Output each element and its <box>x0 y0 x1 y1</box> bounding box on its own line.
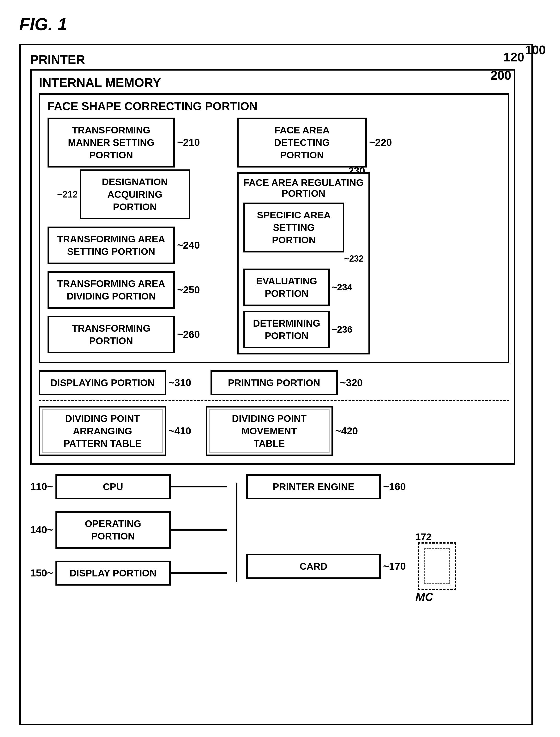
transforming-portion-box: TRANSFORMING PORTION <box>48 316 175 353</box>
outer-box: 100 120 PRINTER 200 INTERNAL MEMORY FACE… <box>19 44 533 725</box>
dividing-arranging-text: DIVIDING POINT ARRANGING PATTERN TABLE <box>48 412 157 450</box>
ref-250: ~250 <box>177 284 200 296</box>
internal-memory-label: INTERNAL MEMORY <box>39 75 506 90</box>
designation-acquiring-row: ~212 DESIGNATION ACQUIRING PORTION <box>57 170 228 219</box>
printing-text: PRINTING PORTION <box>219 376 329 389</box>
specific-area-row: SPECIFIC AREA SETTING PORTION <box>243 203 364 253</box>
card-text: CARD <box>255 560 372 573</box>
face-area-reg-wrapper: 230 FACE AREA REGULATING PORTION SPECIFI… <box>237 172 370 355</box>
face-shape-box: FACE SHAPE CORRECTING PORTION TRANSFORMI… <box>39 93 509 363</box>
face-area-reg-inner: SPECIFIC AREA SETTING PORTION ~232 <box>243 203 364 348</box>
determining-row: DETERMINING PORTION ~236 <box>243 311 364 348</box>
operating-box: OPERATING PORTION <box>55 511 171 549</box>
bottom-left: 110~ CPU 140~ OPERATING PORTION 150~ <box>30 474 227 590</box>
printer-engine-text: PRINTER ENGINE <box>255 480 372 493</box>
fig-title: FIG. 1 <box>19 14 541 34</box>
vertical-connector <box>236 482 237 582</box>
transforming-area-dividing-box: TRANSFORMING AREA DIVIDING PORTION <box>48 271 175 309</box>
determining-text: DETERMINING PORTION <box>252 317 321 342</box>
ref-100: 100 <box>525 43 546 57</box>
ref-150: 150~ <box>30 567 53 579</box>
ref-320: ~320 <box>340 377 363 388</box>
internal-memory-box: 200 INTERNAL MEMORY FACE SHAPE CORRECTIN… <box>30 69 515 464</box>
ref-236: ~236 <box>332 325 352 335</box>
spacer <box>246 511 515 530</box>
ref-170: ~170 <box>383 561 406 572</box>
transforming-manner-box: TRANSFORMING MANNER SETTING PORTION <box>48 118 175 168</box>
evaluating-row: EVALUATING PORTION ~234 <box>243 269 364 306</box>
face-area-regulating-container: 230 FACE AREA REGULATING PORTION SPECIFI… <box>237 172 501 355</box>
face-shape-left: TRANSFORMING MANNER SETTING PORTION ~210… <box>48 118 228 355</box>
printer-label: PRINTER <box>30 52 522 67</box>
dividing-arranging-box: DIVIDING POINT ARRANGING PATTERN TABLE <box>39 406 166 456</box>
transforming-area-dividing-row: TRANSFORMING AREA DIVIDING PORTION ~250 <box>48 271 228 309</box>
operating-connector <box>171 529 227 531</box>
ref-410: ~410 <box>169 425 191 437</box>
printer-engine-row: PRINTER ENGINE ~160 <box>246 474 515 499</box>
determining-box: DETERMINING PORTION <box>243 311 330 348</box>
dividing-movement-box: DIVIDING POINT MOVEMENT TABLE <box>206 406 333 456</box>
display-print-row: DISPLAYING PORTION ~310 PRINTING PORTION… <box>39 370 506 395</box>
designation-acquiring-text: DESIGNATION ACQUIRING PORTION <box>88 176 181 213</box>
ref-260: ~260 <box>177 329 200 340</box>
display-portion-text: DISPLAY PORTION <box>64 567 162 579</box>
ref-234: ~234 <box>332 282 352 293</box>
mc-label: MC <box>415 590 434 604</box>
tables-row: DIVIDING POINT ARRANGING PATTERN TABLE ~… <box>39 406 506 456</box>
ref-200: 200 <box>490 68 511 83</box>
page: FIG. 1 100 120 PRINTER 200 INTERNAL MEMO… <box>0 0 560 737</box>
transforming-portion-text: TRANSFORMING PORTION <box>56 322 166 347</box>
ref-420: ~420 <box>335 425 358 437</box>
ref-212: ~212 <box>57 189 78 200</box>
cpu-connector <box>171 486 227 487</box>
dashed-separator <box>39 400 509 401</box>
displaying-box: DISPLAYING PORTION <box>39 370 166 395</box>
evaluating-box: EVALUATING PORTION <box>243 269 330 306</box>
cpu-text: CPU <box>64 480 162 493</box>
transforming-area-setting-box: TRANSFORMING AREA SETTING PORTION <box>48 227 175 264</box>
display-portion-box: DISPLAY PORTION <box>55 561 171 585</box>
face-shape-inner: TRANSFORMING MANNER SETTING PORTION ~210… <box>48 118 501 355</box>
ref-160: ~160 <box>383 481 406 492</box>
displaying-row: DISPLAYING PORTION ~310 <box>39 370 191 395</box>
ref-240: ~240 <box>177 240 200 251</box>
ref-230-label-group: 230 FACE AREA REGULATING PORTION SPECIFI… <box>237 172 370 355</box>
printing-row: PRINTING PORTION ~320 <box>211 370 363 395</box>
transforming-area-setting-row: TRANSFORMING AREA SETTING PORTION ~240 <box>48 227 228 264</box>
cpu-row: 110~ CPU <box>30 474 227 499</box>
ref-210: ~210 <box>177 137 200 148</box>
transforming-manner-text: TRANSFORMING MANNER SETTING PORTION <box>56 124 166 161</box>
cpu-box: CPU <box>55 474 171 499</box>
mc-container: 172 MC <box>413 542 456 590</box>
specific-area-text: SPECIFIC AREA SETTING PORTION <box>252 209 336 246</box>
ref-140: 140~ <box>30 524 53 536</box>
printer-engine-box: PRINTER ENGINE <box>246 474 381 499</box>
ref-310: ~310 <box>169 377 191 388</box>
dividing-arranging-row: DIVIDING POINT ARRANGING PATTERN TABLE ~… <box>39 406 191 456</box>
operating-row: 140~ OPERATING PORTION <box>30 511 227 549</box>
operating-text: OPERATING PORTION <box>64 517 162 542</box>
displaying-text: DISPLAYING PORTION <box>48 376 157 389</box>
display-connector <box>171 572 227 574</box>
bottom-section: 110~ CPU 140~ OPERATING PORTION 150~ <box>30 474 515 590</box>
transforming-area-dividing-text: TRANSFORMING AREA DIVIDING PORTION <box>56 278 166 303</box>
ref-110: 110~ <box>30 481 53 492</box>
face-area-detecting-box: FACE AREA DETECTING PORTION <box>237 118 367 168</box>
transforming-manner-group: TRANSFORMING MANNER SETTING PORTION ~210… <box>48 118 228 219</box>
face-area-detecting-text: FACE AREA DETECTING PORTION <box>246 124 358 161</box>
evaluating-text: EVALUATING PORTION <box>252 275 321 300</box>
face-shape-right: FACE AREA DETECTING PORTION ~220 230 FAC… <box>237 118 501 355</box>
card-box: CARD <box>246 554 381 579</box>
transforming-manner-row: TRANSFORMING MANNER SETTING PORTION ~210 <box>48 118 228 168</box>
dividing-movement-text: DIVIDING POINT MOVEMENT TABLE <box>214 412 324 450</box>
face-area-reg-label: FACE AREA REGULATING PORTION <box>243 177 364 199</box>
center-connectors <box>227 474 246 590</box>
ref-220: ~220 <box>369 137 392 148</box>
printing-box: PRINTING PORTION <box>211 370 338 395</box>
display-row: 150~ DISPLAY PORTION <box>30 561 227 585</box>
ref-120: 120 <box>503 50 524 64</box>
specific-area-box: SPECIFIC AREA SETTING PORTION <box>243 203 344 253</box>
transforming-portion-row: TRANSFORMING PORTION ~260 <box>48 316 228 353</box>
ref-232-label: ~232 <box>243 254 364 264</box>
face-area-detecting-row: FACE AREA DETECTING PORTION ~220 <box>237 118 501 168</box>
